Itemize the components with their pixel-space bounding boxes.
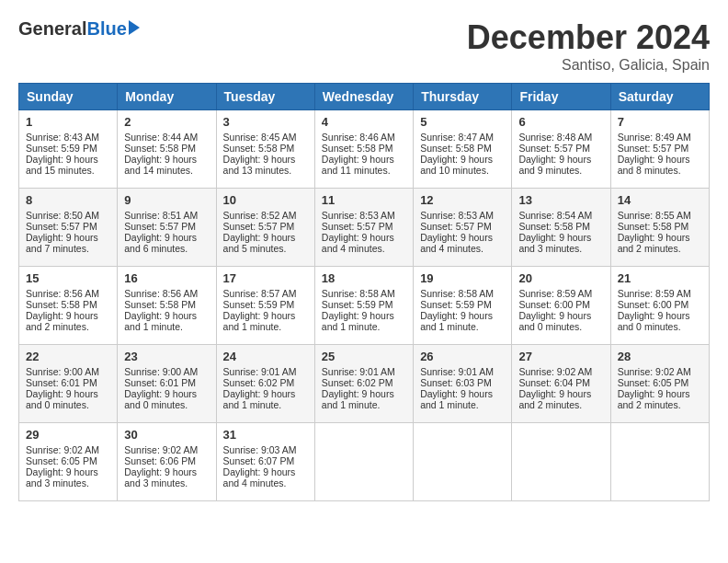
daylight-label: Daylight: 9 hours and 1 minute. xyxy=(322,388,394,410)
daylight-label: Daylight: 9 hours and 6 minutes. xyxy=(124,232,197,254)
calendar-week-row: 29 Sunrise: 9:02 AM Sunset: 6:05 PM Dayl… xyxy=(19,423,710,501)
daylight-label: Daylight: 9 hours and 4 minutes. xyxy=(223,466,296,488)
daylight-label: Daylight: 9 hours and 0 minutes. xyxy=(124,388,197,410)
sunrise-text: Sunrise: 9:01 AM xyxy=(223,366,297,377)
calendar-cell: 8 Sunrise: 8:50 AM Sunset: 5:57 PM Dayli… xyxy=(19,189,118,267)
sunset-text: Sunset: 6:07 PM xyxy=(223,455,295,466)
daylight-label: Daylight: 9 hours and 3 minutes. xyxy=(26,466,98,488)
day-number: 4 xyxy=(322,115,406,129)
sunset-text: Sunset: 5:58 PM xyxy=(124,143,196,154)
day-number: 7 xyxy=(618,115,702,129)
day-number: 19 xyxy=(420,271,505,285)
daylight-label: Daylight: 9 hours and 10 minutes. xyxy=(420,154,493,176)
daylight-label: Daylight: 9 hours and 13 minutes. xyxy=(223,154,296,176)
sunrise-text: Sunrise: 8:59 AM xyxy=(618,288,691,299)
daylight-label: Daylight: 9 hours and 0 minutes. xyxy=(518,310,591,332)
sunrise-text: Sunrise: 9:02 AM xyxy=(26,444,99,455)
sunrise-text: Sunrise: 8:52 AM xyxy=(223,210,297,221)
daylight-label: Daylight: 9 hours and 1 minute. xyxy=(420,388,493,410)
calendar-cell: 10 Sunrise: 8:52 AM Sunset: 5:57 PM Dayl… xyxy=(216,189,314,267)
sunrise-text: Sunrise: 8:49 AM xyxy=(618,132,691,143)
sunrise-text: Sunrise: 8:46 AM xyxy=(322,132,395,143)
calendar-cell: 27 Sunrise: 9:02 AM Sunset: 6:04 PM Dayl… xyxy=(512,345,610,423)
sunset-text: Sunset: 6:01 PM xyxy=(26,377,97,388)
sunset-text: Sunset: 6:00 PM xyxy=(618,299,689,310)
sunset-text: Sunset: 6:02 PM xyxy=(322,377,393,388)
calendar-cell xyxy=(414,423,512,501)
daylight-label: Daylight: 9 hours and 11 minutes. xyxy=(322,154,394,176)
sunset-text: Sunset: 5:57 PM xyxy=(223,221,295,232)
day-number: 11 xyxy=(322,193,406,207)
calendar-cell: 29 Sunrise: 9:02 AM Sunset: 6:05 PM Dayl… xyxy=(19,423,118,501)
weekday-header: Monday xyxy=(118,84,216,110)
daylight-label: Daylight: 9 hours and 3 minutes. xyxy=(124,466,197,488)
calendar-cell xyxy=(314,423,413,501)
sunset-text: Sunset: 6:04 PM xyxy=(518,377,590,388)
weekday-header: Wednesday xyxy=(314,84,413,110)
calendar-cell: 19 Sunrise: 8:58 AM Sunset: 5:59 PM Dayl… xyxy=(414,267,512,345)
calendar-cell: 15 Sunrise: 8:56 AM Sunset: 5:58 PM Dayl… xyxy=(19,267,118,345)
sunrise-text: Sunrise: 8:59 AM xyxy=(518,288,592,299)
calendar-week-row: 22 Sunrise: 9:00 AM Sunset: 6:01 PM Dayl… xyxy=(19,345,710,423)
calendar-cell: 12 Sunrise: 8:53 AM Sunset: 5:57 PM Dayl… xyxy=(414,189,512,267)
daylight-label: Daylight: 9 hours and 0 minutes. xyxy=(26,388,98,410)
sunrise-text: Sunrise: 8:51 AM xyxy=(124,210,198,221)
day-number: 5 xyxy=(420,115,505,129)
calendar-cell: 17 Sunrise: 8:57 AM Sunset: 5:59 PM Dayl… xyxy=(216,267,314,345)
day-number: 31 xyxy=(223,428,308,442)
sunrise-text: Sunrise: 8:50 AM xyxy=(26,210,99,221)
sunset-text: Sunset: 5:58 PM xyxy=(26,299,97,310)
daylight-label: Daylight: 9 hours and 1 minute. xyxy=(322,310,394,332)
sunrise-text: Sunrise: 9:03 AM xyxy=(223,444,297,455)
daylight-label: Daylight: 9 hours and 4 minutes. xyxy=(322,232,394,254)
sunset-text: Sunset: 6:01 PM xyxy=(124,377,196,388)
location-text: Santiso, Galicia, Spain xyxy=(467,57,710,74)
sunrise-text: Sunrise: 8:55 AM xyxy=(618,210,691,221)
sunrise-text: Sunrise: 8:53 AM xyxy=(420,210,494,221)
sunset-text: Sunset: 5:58 PM xyxy=(518,221,590,232)
sunrise-text: Sunrise: 8:56 AM xyxy=(26,288,99,299)
day-number: 22 xyxy=(26,350,110,363)
day-number: 29 xyxy=(26,428,110,442)
weekday-header: Friday xyxy=(512,84,610,110)
sunset-text: Sunset: 5:58 PM xyxy=(420,143,492,154)
daylight-label: Daylight: 9 hours and 5 minutes. xyxy=(223,232,296,254)
sunrise-text: Sunrise: 8:58 AM xyxy=(420,288,494,299)
day-number: 15 xyxy=(26,271,110,285)
day-number: 24 xyxy=(223,350,308,363)
sunset-text: Sunset: 5:58 PM xyxy=(618,221,689,232)
sunrise-text: Sunrise: 9:02 AM xyxy=(618,366,691,377)
daylight-label: Daylight: 9 hours and 3 minutes. xyxy=(518,232,591,254)
calendar-table: SundayMondayTuesdayWednesdayThursdayFrid… xyxy=(18,83,710,501)
weekday-header: Tuesday xyxy=(216,84,314,110)
sunrise-text: Sunrise: 9:00 AM xyxy=(26,366,99,377)
sunset-text: Sunset: 5:57 PM xyxy=(26,221,97,232)
calendar-cell: 13 Sunrise: 8:54 AM Sunset: 5:58 PM Dayl… xyxy=(512,189,610,267)
daylight-label: Daylight: 9 hours and 14 minutes. xyxy=(124,154,197,176)
sunset-text: Sunset: 6:02 PM xyxy=(223,377,295,388)
sunset-text: Sunset: 5:57 PM xyxy=(322,221,393,232)
day-number: 26 xyxy=(420,350,505,363)
calendar-cell: 6 Sunrise: 8:48 AM Sunset: 5:57 PM Dayli… xyxy=(512,110,610,189)
weekday-header: Sunday xyxy=(19,84,118,110)
daylight-label: Daylight: 9 hours and 1 minute. xyxy=(223,310,296,332)
sunrise-text: Sunrise: 9:02 AM xyxy=(518,366,592,377)
sunset-text: Sunset: 5:57 PM xyxy=(124,221,196,232)
day-number: 10 xyxy=(223,193,308,207)
logo-arrow-icon xyxy=(129,20,140,35)
sunrise-text: Sunrise: 8:54 AM xyxy=(518,210,592,221)
sunrise-text: Sunrise: 8:53 AM xyxy=(322,210,395,221)
daylight-label: Daylight: 9 hours and 1 minute. xyxy=(223,388,296,410)
day-number: 21 xyxy=(618,271,702,285)
daylight-label: Daylight: 9 hours and 9 minutes. xyxy=(518,154,591,176)
sunset-text: Sunset: 5:59 PM xyxy=(420,299,492,310)
calendar-cell: 30 Sunrise: 9:02 AM Sunset: 6:06 PM Dayl… xyxy=(118,423,216,501)
weekday-header: Saturday xyxy=(610,84,709,110)
calendar-week-row: 8 Sunrise: 8:50 AM Sunset: 5:57 PM Dayli… xyxy=(19,189,710,267)
day-number: 3 xyxy=(223,115,308,129)
sunrise-text: Sunrise: 8:45 AM xyxy=(223,132,297,143)
day-number: 25 xyxy=(322,350,406,363)
sunrise-text: Sunrise: 8:57 AM xyxy=(223,288,297,299)
daylight-label: Daylight: 9 hours and 8 minutes. xyxy=(618,154,690,176)
day-number: 9 xyxy=(124,193,209,207)
